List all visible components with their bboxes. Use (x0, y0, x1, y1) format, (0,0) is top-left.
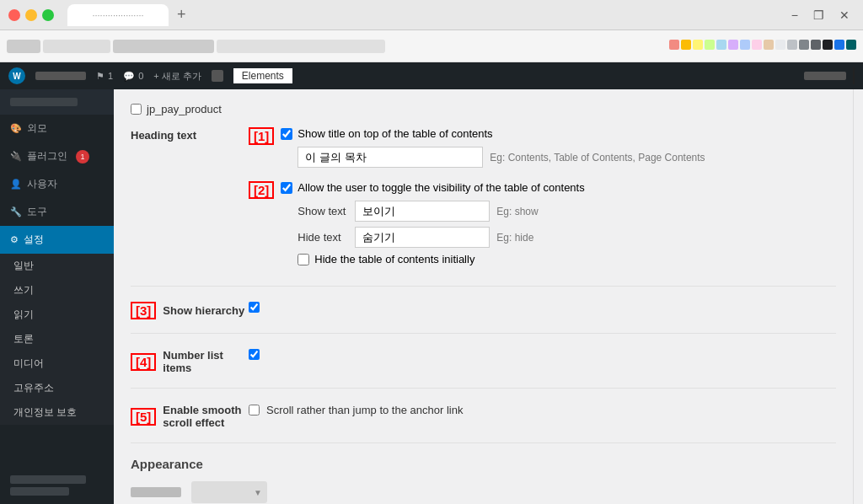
sidebar-item-settings[interactable]: ⚙ 설정 (0, 226, 114, 254)
show-hierarchy-checkbox[interactable] (249, 302, 260, 313)
browser-tab[interactable]: ···················· (67, 4, 169, 26)
jp-pay-product-checkbox[interactable] (131, 104, 142, 115)
sub-item-privacy-label: 개인정보 보호 (13, 406, 77, 418)
section4-badge: [4] (131, 353, 156, 371)
admin-bar-new-label: + 새로 추가 (153, 70, 201, 83)
window-min-btn[interactable]: − (786, 7, 803, 24)
new-tab-button[interactable]: + (174, 6, 190, 24)
admin-bar-new[interactable]: + 새로 추가 (153, 70, 201, 83)
title-text-input[interactable]: 이 글의 목차 (297, 147, 483, 168)
sidebar-item-appearance[interactable]: 🎨 외모 (0, 115, 114, 142)
number-list-control (249, 347, 836, 362)
title-input-row: 이 글의 목차 Eg: Contents, Table of Contents,… (297, 147, 705, 168)
window-close-btn[interactable]: ✕ (834, 7, 855, 24)
appearance-section: Appearance ▼ ▼ (131, 457, 836, 504)
appearance-header: Appearance (131, 457, 836, 471)
sidebar-sub-item-privacy[interactable]: 개인정보 보호 (0, 400, 114, 425)
admin-bar-plugin-icon (212, 70, 223, 82)
sidebar-item-plugins[interactable]: 🔌 플러그인 1 (0, 142, 114, 170)
show-text-label: Show text (297, 205, 348, 217)
sidebar-item-users-label: 사용자 (27, 177, 57, 191)
hide-text-label: Hide text (297, 231, 348, 244)
admin-bar-item-blurred (35, 72, 86, 80)
width-row: ▼ (131, 481, 836, 503)
right-scrollbar[interactable] (853, 89, 863, 504)
appearance-label: Appearance (131, 457, 203, 471)
toggle-visibility-row: Allow the user to toggle the visibility … (281, 181, 584, 194)
sub-item-permalink-label: 고유주소 (13, 382, 54, 394)
smooth-scroll-control: Scroll rather than jump to the anchor li… (249, 402, 836, 416)
sidebar-sub-item-media[interactable]: 미디어 (0, 351, 114, 376)
window-max-btn[interactable]: ❐ (808, 7, 829, 24)
number-list-checkbox[interactable] (249, 349, 260, 360)
window-action-buttons: − ❐ ✕ (786, 7, 855, 24)
close-button[interactable] (8, 9, 20, 21)
admin-bar-right (804, 67, 855, 84)
toggle-visibility-checkbox[interactable] (281, 182, 292, 194)
sidebar-sub-item-reading[interactable]: 읽기 (0, 303, 114, 327)
sidebar-item-users[interactable]: 👤 사용자 (0, 170, 114, 198)
sub-item-general-label: 일반 (13, 260, 34, 271)
admin-bar-badge-1: 1 (108, 71, 113, 81)
admin-bar-item-2: 💬 0 (123, 71, 143, 82)
tab-bar: ···················· + (67, 4, 780, 26)
show-text-input[interactable]: 보이기 (355, 201, 490, 222)
elements-label: Elements (242, 70, 284, 82)
minimize-button[interactable] (25, 9, 37, 21)
content-area: jp_pay_product Heading text [1] Show tit… (114, 89, 853, 504)
jp-pay-product-row: jp_pay_product (131, 103, 836, 115)
sidebar-menu: 🎨 외모 🔌 플러그인 1 👤 사용자 🔧 도구 ⚙ 설정 (0, 115, 114, 467)
smooth-scroll-hint: Scroll rather than jump to the anchor li… (266, 404, 463, 416)
sidebar-top-item (0, 89, 114, 115)
sidebar-item-label: 외모 (27, 121, 47, 136)
sidebar-bottom (0, 467, 114, 504)
number-list-label-col: [4] Number list items (131, 347, 249, 374)
number-list-section: [4] Number list items (131, 347, 836, 389)
sidebar: 🎨 외모 🔌 플러그인 1 👤 사용자 🔧 도구 ⚙ 설정 (0, 89, 114, 504)
plugins-icon: 🔌 (10, 151, 22, 162)
smooth-scroll-checkbox[interactable] (249, 405, 260, 416)
section5-badge: [5] (131, 408, 156, 426)
sidebar-sub-item-discussion[interactable]: 토론 (0, 327, 114, 351)
tab-title: ···················· (92, 10, 143, 20)
tools-icon: 🔧 (10, 206, 22, 217)
admin-bar-elements[interactable]: Elements (233, 68, 292, 83)
jp-pay-product-label: jp_pay_product (147, 103, 222, 115)
sidebar-sub-item-permalink[interactable]: 고유주소 (0, 376, 114, 400)
show-hierarchy-section: [3] Show hierarchy (131, 300, 836, 334)
sidebar-sub-item-writing[interactable]: 쓰기 (0, 278, 114, 303)
sidebar-item-plugins-label: 플러그인 (27, 149, 67, 164)
hide-text-input[interactable]: 숨기기 (355, 227, 490, 248)
section2-badge: [2] (249, 181, 274, 199)
smooth-scroll-label-col: [5] Enable smooth scroll effect (131, 402, 249, 429)
show-hierarchy-control (249, 300, 836, 315)
show-hierarchy-label-col: [3] Show hierarchy (131, 300, 249, 319)
hide-initially-checkbox[interactable] (297, 254, 309, 265)
sub-item-media-label: 미디어 (13, 357, 44, 369)
sub-item-reading-label: 읽기 (13, 308, 34, 320)
sidebar-sub-item-general[interactable]: 일반 (0, 254, 114, 278)
show-title-checkbox[interactable] (281, 128, 292, 140)
hide-initially-label: Hide the table of contents initially (314, 253, 474, 265)
maximize-button[interactable] (42, 9, 54, 21)
admin-bar-item-1: ⚑ 1 (96, 71, 113, 82)
settings-icon: ⚙ (10, 234, 19, 245)
width-label-blurred (131, 487, 181, 497)
section1-content: Show title on top of the table of conten… (281, 127, 705, 173)
admin-bar-comment-count: 0 (138, 71, 143, 81)
show-title-label: Show title on top of the table of conten… (297, 127, 492, 140)
title-hint: Eg: Contents, Table of Contents, Page Co… (490, 152, 705, 164)
width-input-blurred[interactable]: ▼ (191, 481, 267, 503)
hide-text-row: Hide text 숨기기 Eg: hide (297, 227, 584, 248)
dropdown-arrow: ▼ (254, 488, 262, 497)
sidebar-item-tools[interactable]: 🔧 도구 (0, 198, 114, 226)
plugins-badge: 1 (76, 150, 89, 164)
section3-badge: [3] (131, 302, 156, 319)
smooth-scroll-section: [5] Enable smooth scroll effect Scroll r… (131, 402, 836, 443)
show-hint: Eg: show (496, 206, 538, 217)
hide-hint: Eg: hide (496, 232, 533, 244)
appearance-icon: 🎨 (10, 123, 22, 134)
sidebar-item-settings-label: 설정 (24, 233, 44, 247)
browser-toolbar (0, 30, 863, 62)
window-chrome: ···················· + − ❐ ✕ (0, 0, 863, 30)
